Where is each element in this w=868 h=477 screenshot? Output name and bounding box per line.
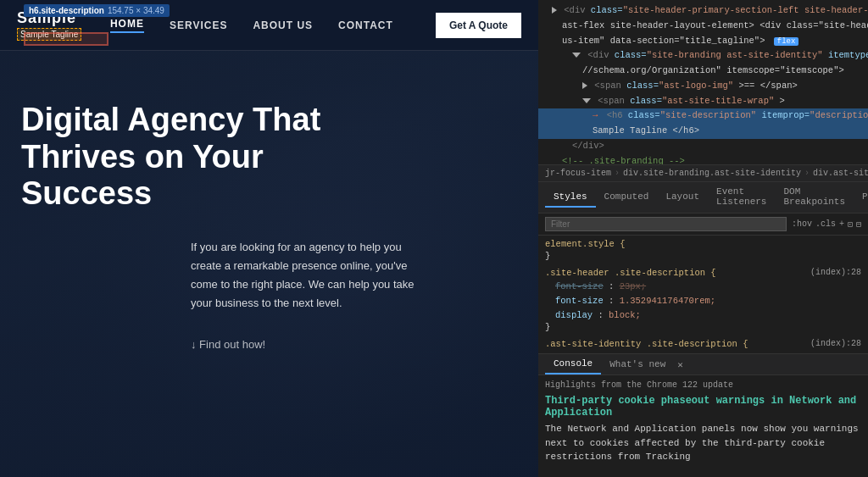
html-line: <span class="ast-logo-img" >== </span> bbox=[538, 79, 868, 94]
filter-cls[interactable]: .cls bbox=[815, 219, 836, 229]
console-content: Highlights from the Chrome 122 update Th… bbox=[538, 375, 868, 477]
console-tab-bar: Console What's new ✕ bbox=[538, 354, 868, 375]
tab-dom-breakpoints[interactable]: DOM Breakpoints bbox=[775, 182, 854, 213]
html-line: <div class="site-branding ast-site-ident… bbox=[538, 48, 868, 64]
tooltip-selector: h6.site-description bbox=[29, 6, 104, 15]
filter-add[interactable]: + bbox=[839, 219, 844, 229]
css-selector: .ast-site-identity .site-description { (… bbox=[545, 339, 861, 349]
filter-options: :hov .cls + ⊡ ⊟ bbox=[792, 219, 861, 230]
html-line: <div class="site-header-primary-section-… bbox=[538, 3, 868, 19]
nav-home[interactable]: HOME bbox=[110, 18, 144, 33]
filter-hov[interactable]: :hov bbox=[792, 219, 812, 229]
element-highlight-overlay bbox=[24, 32, 108, 46]
breadcrumb-branding[interactable]: div.site-branding.ast-site-identity bbox=[623, 169, 801, 178]
console-close-button[interactable]: ✕ bbox=[677, 359, 683, 370]
tab-console[interactable]: Console bbox=[545, 354, 601, 374]
css-selector: element.style { bbox=[545, 239, 861, 249]
nav-services[interactable]: SERVICES bbox=[170, 19, 227, 31]
nav-links: HOME SERVICES ABOUT US CONTACT Get A Quo… bbox=[110, 13, 521, 38]
css-origin: (index):28 bbox=[810, 339, 861, 348]
breadcrumb-bar: jr-focus-item › div.site-branding.ast-si… bbox=[538, 165, 868, 182]
css-prop-line: display : block; bbox=[545, 308, 861, 323]
tab-event-listeners[interactable]: Event Listeners bbox=[708, 182, 775, 213]
tab-computed[interactable]: Computed bbox=[596, 187, 658, 208]
css-selector: .site-header .site-description { (index)… bbox=[545, 268, 861, 278]
css-rules-panel: element.style { } .site-header .site-des… bbox=[538, 236, 868, 353]
html-line-comment: <!-- .site-branding --> bbox=[538, 154, 868, 166]
hero-description: If you are looking for an agency to help… bbox=[191, 238, 428, 313]
html-line: <span class="ast-site-title-wrap" > bbox=[538, 94, 868, 109]
filter-icon2[interactable]: ⊟ bbox=[856, 219, 861, 230]
tooltip-dimensions: 154.75 × 34.49 bbox=[108, 6, 164, 15]
css-prop-line: font-size : 1.352941176470rem; bbox=[545, 294, 861, 308]
nav-cta-button[interactable]: Get A Quote bbox=[436, 13, 521, 38]
filter-icon1[interactable]: ⊡ bbox=[848, 219, 853, 230]
console-area: Console What's new ✕ Highlights from the… bbox=[538, 353, 868, 477]
website-preview: h6.site-description 154.75 × 34.49 Sampl… bbox=[0, 0, 538, 477]
css-origin: (index):28 bbox=[810, 268, 861, 277]
devtools-panel: <div class="site-header-primary-section-… bbox=[538, 0, 868, 477]
hero-cta-link[interactable]: ↓ Find out how! bbox=[191, 338, 517, 351]
breadcrumb-title-wrap[interactable]: div.ast-site-title-wrap bbox=[813, 169, 868, 178]
filter-input[interactable] bbox=[545, 217, 787, 231]
element-tooltip: h6.site-description 154.75 × 34.49 bbox=[24, 4, 170, 17]
html-line: ast-flex site-header-layout-element> <di… bbox=[538, 19, 868, 34]
html-line-highlighted[interactable]: → <h6 class="site-description" itemprop=… bbox=[538, 108, 868, 124]
devtools-style-tabs: Styles Computed Layout Event Listeners D… bbox=[538, 182, 868, 214]
css-rule-element-style: element.style { } bbox=[545, 239, 861, 261]
nav-about[interactable]: ABOUT US bbox=[253, 19, 313, 31]
html-tree: <div class="site-header-primary-section-… bbox=[538, 0, 868, 165]
hero-title: Digital Agency That Thrives on Your Succ… bbox=[21, 102, 343, 213]
tab-styles[interactable]: Styles bbox=[545, 187, 596, 208]
console-highlight-title[interactable]: Third-party cookie phaseout warnings in … bbox=[545, 395, 861, 419]
filter-bar: :hov .cls + ⊡ ⊟ bbox=[538, 214, 868, 236]
css-close-brace: } bbox=[545, 322, 861, 332]
html-line-highlighted-text: Sample Tagline </h6> bbox=[538, 124, 868, 139]
console-timestamp: Highlights from the Chrome 122 update bbox=[545, 380, 861, 390]
breadcrumb-focus[interactable]: jr-focus-item bbox=[545, 169, 611, 178]
html-line: us-item" data-section="title_tagline"> f… bbox=[538, 34, 868, 49]
console-text: The Network and Application panels now s… bbox=[545, 422, 861, 464]
hero-content: Digital Agency That Thrives on Your Succ… bbox=[0, 68, 538, 477]
css-prop-line: font-size : 23px; bbox=[545, 280, 861, 294]
html-line: </div> bbox=[538, 139, 868, 154]
tab-whats-new[interactable]: What's new bbox=[601, 355, 674, 374]
css-close-brace: } bbox=[545, 251, 861, 261]
nav-contact[interactable]: CONTACT bbox=[338, 19, 393, 31]
css-rule-ast-identity-desc: .ast-site-identity .site-description { (… bbox=[545, 339, 861, 353]
tab-layout[interactable]: Layout bbox=[657, 187, 708, 208]
html-line: //schema.org/Organization" itemscope="it… bbox=[538, 64, 868, 79]
tab-properties[interactable]: Properties bbox=[854, 187, 868, 208]
css-rule-site-header-desc: .site-header .site-description { (index)… bbox=[545, 268, 861, 332]
